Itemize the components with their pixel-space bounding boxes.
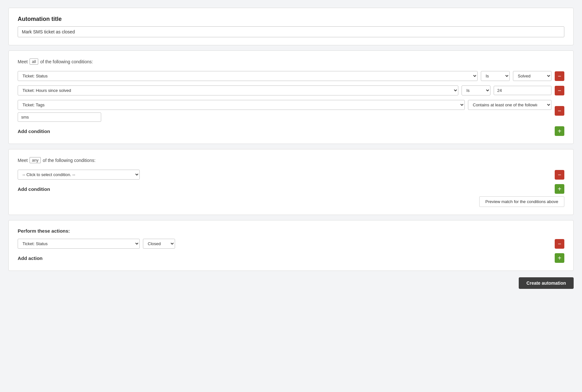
all-meet-keyword: all [30,58,38,65]
minus-icon-2: − [558,88,561,94]
automation-title-section: Automation title [8,8,574,45]
perform-label: Perform these actions: [18,228,564,234]
minus-icon-action-1: − [558,241,561,247]
add-action-label: Add action [18,255,43,261]
any-condition-remove-btn-1[interactable]: − [555,170,564,180]
action-remove-btn-1[interactable]: − [555,239,564,249]
all-condition-operator-select-1[interactable]: Is Is not [481,71,510,81]
all-meet-prefix: Meet [18,59,28,64]
any-meet-suffix: of the following conditions: [43,158,95,163]
preview-button[interactable]: Preview match for the conditions above [479,196,564,207]
all-condition-fields-3: Ticket: Status Ticket: Hours since solve… [18,100,551,110]
all-condition-remove-btn-1[interactable]: − [555,71,564,81]
all-add-condition-row: Add condition + [18,126,564,136]
all-condition-row-2: Ticket: Status Ticket: Hours since solve… [18,85,564,95]
add-action-row: Add action + [18,253,564,263]
all-condition-operator-select-2[interactable]: Is Is not Greater than Less than [462,85,490,95]
all-condition-tags-input-row-3 [18,112,551,122]
bottom-bar: Create automation [8,277,574,289]
minus-icon-3: − [558,108,561,114]
action-field-select-1[interactable]: Ticket: Status Ticket: Tags Ticket: Prio… [18,239,140,249]
any-meet-prefix: Meet [18,158,28,163]
create-automation-button[interactable]: Create automation [519,277,574,289]
all-condition-field-select-3[interactable]: Ticket: Status Ticket: Hours since solve… [18,100,465,110]
action-row-1: Ticket: Status Ticket: Tags Ticket: Prio… [18,239,564,249]
any-conditions-meet-line: Meet any of the following conditions: [18,157,564,163]
any-add-condition-btn[interactable]: + [555,184,564,194]
all-conditions-section: Meet all of the following conditions: Ti… [8,50,574,144]
any-condition-field-select-1[interactable]: -- Click to select condition. -- Ticket:… [18,170,140,180]
minus-icon-any-1: − [558,172,561,178]
all-condition-tags-op-select-3[interactable]: Contains at least one of the following C… [468,100,551,110]
plus-icon-any: + [558,186,561,192]
all-condition-col-1: Ticket: Status Ticket: Hours since solve… [18,71,551,81]
plus-icon-all: + [558,128,561,134]
all-add-condition-label: Add condition [18,129,50,134]
all-condition-field-select-1[interactable]: Ticket: Status Ticket: Hours since solve… [18,71,478,81]
preview-row: Preview match for the conditions above [18,196,564,207]
automation-title-input[interactable] [18,26,564,37]
all-condition-field-select-2[interactable]: Ticket: Status Ticket: Hours since solve… [18,85,458,95]
any-condition-row-1: -- Click to select condition. -- Ticket:… [18,170,564,180]
any-add-condition-label: Add condition [18,186,50,192]
any-meet-keyword: any [30,157,41,163]
all-condition-col-3: Ticket: Status Ticket: Hours since solve… [18,100,551,122]
all-condition-remove-btn-3[interactable]: − [555,106,564,116]
all-condition-tags-input-3[interactable] [18,112,101,122]
action-value-select-1[interactable]: New Open Solved Closed Pending [143,239,175,249]
all-condition-row-1: Ticket: Status Ticket: Hours since solve… [18,71,564,81]
all-meet-suffix: of the following conditions: [40,59,93,64]
all-condition-remove-btn-2[interactable]: − [555,86,564,95]
all-condition-col-2: Ticket: Status Ticket: Hours since solve… [18,85,551,95]
automation-title-label: Automation title [18,16,564,22]
minus-icon-1: − [558,73,561,79]
any-add-condition-row: Add condition + [18,184,564,194]
page-container: Automation title Meet all of the followi… [8,8,574,289]
all-add-condition-btn[interactable]: + [555,126,564,136]
all-condition-value-select-1[interactable]: New Open Solved Closed Pending [513,71,551,81]
any-conditions-section: Meet any of the following conditions: --… [8,149,574,215]
all-conditions-meet-line: Meet all of the following conditions: [18,58,564,65]
all-condition-number-input-2[interactable] [494,86,551,95]
plus-icon-action: + [558,255,561,261]
actions-section: Perform these actions: Ticket: Status Ti… [8,220,574,271]
add-action-btn[interactable]: + [555,253,564,263]
all-condition-row-3: Ticket: Status Ticket: Hours since solve… [18,100,564,122]
all-condition-fields-1: Ticket: Status Ticket: Hours since solve… [18,71,551,81]
all-condition-fields-2: Ticket: Status Ticket: Hours since solve… [18,85,551,95]
